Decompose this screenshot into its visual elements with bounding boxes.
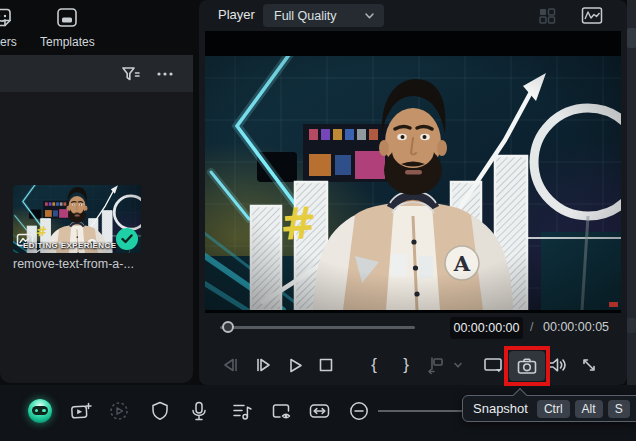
mark-out-button[interactable]: } xyxy=(392,350,420,380)
plugin-play-button[interactable] xyxy=(106,398,132,424)
player-panel-title: Player xyxy=(218,7,255,22)
stop-button[interactable] xyxy=(312,350,340,380)
zoom-out-button[interactable] xyxy=(346,398,372,424)
snapshot-highlight-box xyxy=(504,346,550,386)
tab-stickers-label: ckers xyxy=(0,35,17,49)
grid-view-icon[interactable] xyxy=(537,6,557,25)
ai-assistant-button[interactable] xyxy=(27,398,53,424)
asset-tabbar: ckers Templates xyxy=(0,0,198,55)
insert-marker-button[interactable] xyxy=(421,350,449,380)
tab-templates-label: Templates xyxy=(40,35,95,49)
video-preview[interactable]: # A xyxy=(205,31,621,313)
ai-assistant-orb-icon xyxy=(28,399,52,423)
total-duration: 00:00:00:05 xyxy=(543,320,609,334)
marker-chevron-down-icon[interactable] xyxy=(449,350,467,380)
snapshot-tooltip: Snapshot Ctrl Alt S xyxy=(462,395,636,422)
seek-bar[interactable] xyxy=(220,326,415,329)
added-check-badge xyxy=(116,228,138,250)
tooltip-label: Snapshot xyxy=(473,401,528,416)
quality-dropdown-value: Full Quality xyxy=(274,9,337,23)
current-timecode[interactable]: 00:00:00:00 xyxy=(450,317,523,339)
scope-view-icon[interactable] xyxy=(581,6,603,25)
preview-card-button[interactable] xyxy=(269,398,295,424)
record-voiceover-button[interactable] xyxy=(186,398,212,424)
mark-out-glyph: } xyxy=(403,355,409,375)
camera-snapshot-icon xyxy=(516,357,538,375)
more-options-icon[interactable] xyxy=(155,64,175,84)
audio-list-button[interactable] xyxy=(229,398,255,424)
library-toolbar xyxy=(0,55,193,92)
strip-handle-bottom[interactable] xyxy=(627,318,636,333)
tab-templates[interactable]: Templates xyxy=(40,6,95,49)
timeline-zoom-slider[interactable] xyxy=(378,410,462,412)
collapsed-panel-strip[interactable] xyxy=(627,0,636,385)
stickers-icon xyxy=(0,6,15,32)
filter-icon[interactable] xyxy=(119,64,141,84)
play-button[interactable] xyxy=(281,350,309,380)
previous-frame-button[interactable] xyxy=(217,350,245,380)
player-panel: Player Full Quality xyxy=(199,0,627,385)
add-video-button[interactable] xyxy=(68,398,94,424)
keycap-ctrl: Ctrl xyxy=(537,400,570,418)
video-frame: # A xyxy=(205,56,621,310)
quality-dropdown[interactable]: Full Quality xyxy=(263,4,384,27)
snapshot-button[interactable] xyxy=(509,351,545,381)
shield-button[interactable] xyxy=(147,398,173,424)
tab-stickers[interactable]: ckers xyxy=(0,6,17,49)
mark-in-glyph: { xyxy=(371,355,377,375)
strip-handle-top[interactable] xyxy=(627,28,636,48)
media-filename: remove-text-from-a-... xyxy=(13,257,163,271)
media-library-panel: # A EDITING EXPERIENCE xyxy=(0,55,193,383)
templates-icon xyxy=(55,6,79,32)
second-screen-button[interactable] xyxy=(479,350,507,380)
thumbnail-caption: EDITING EXPERIENCE xyxy=(23,241,116,250)
keycap-s: S xyxy=(608,400,630,418)
time-separator: / xyxy=(530,320,533,334)
media-item[interactable]: # A EDITING EXPERIENCE xyxy=(13,185,141,253)
next-frame-button[interactable] xyxy=(249,350,277,380)
fullscreen-button[interactable] xyxy=(575,350,603,380)
seek-handle[interactable] xyxy=(222,321,234,333)
fit-timeline-button[interactable] xyxy=(306,398,332,424)
media-thumbnail[interactable]: # A EDITING EXPERIENCE xyxy=(13,185,141,253)
tooltip-shortcut-keys: Ctrl Alt S xyxy=(537,400,630,418)
chevron-down-icon xyxy=(364,12,375,20)
keycap-alt: Alt xyxy=(575,400,603,418)
mark-in-button[interactable]: { xyxy=(360,350,388,380)
filmora-app: ckers Templates xyxy=(0,0,636,441)
